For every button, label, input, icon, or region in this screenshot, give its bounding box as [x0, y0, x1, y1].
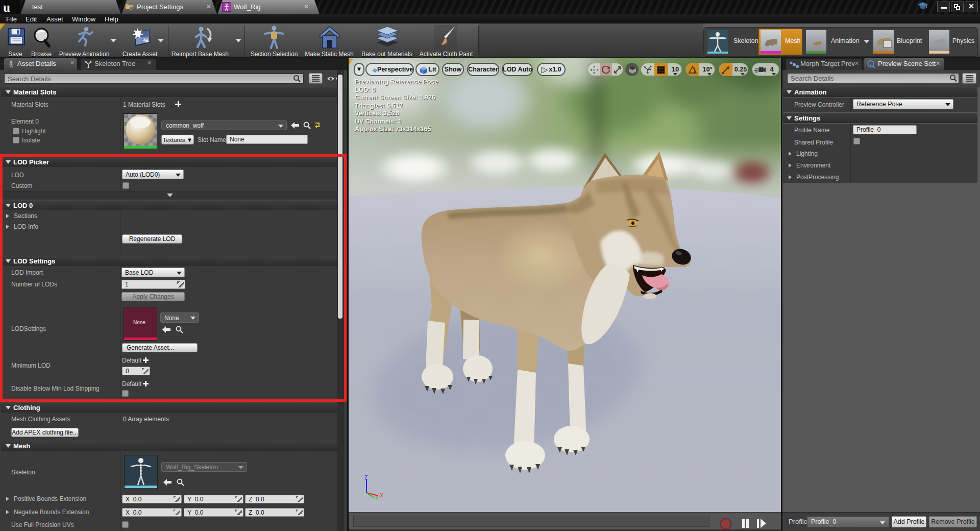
svg-text:Y: Y — [375, 495, 379, 500]
svg-text:i: i — [870, 62, 871, 67]
svg-text:X: X — [380, 493, 383, 498]
svg-text:Z: Z — [364, 475, 368, 480]
